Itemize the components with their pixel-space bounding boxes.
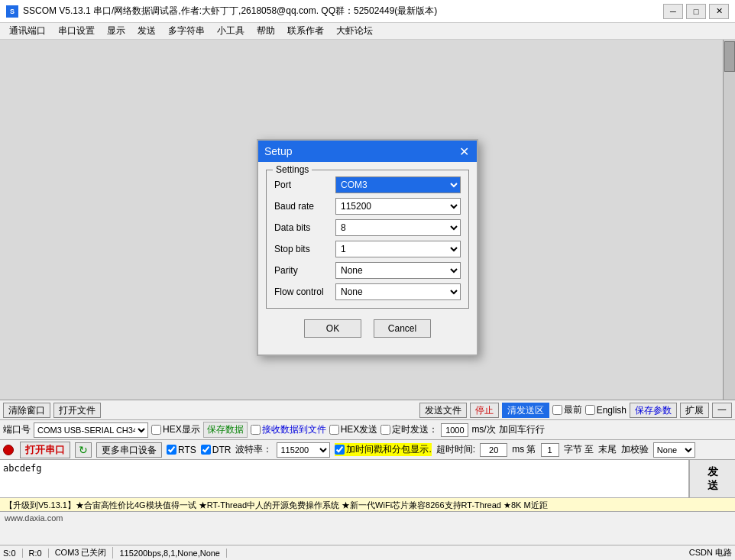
hex-send-label: HEX发送 [329, 423, 378, 436]
dialog-title-bar: Setup ✕ [258, 141, 477, 162]
info-row-2: www.daxia.com [0, 512, 735, 526]
menu-contact[interactable]: 联系作者 [281, 23, 330, 39]
timed-unit: ms/次 [471, 423, 495, 436]
stopbits-label: Stop bits [274, 244, 335, 254]
baudrate-label: Baud rate [274, 201, 335, 212]
english-checkbox[interactable] [585, 405, 595, 415]
status-s0: S:0 [3, 549, 23, 558]
flowcontrol-select[interactable]: NoneHardwareSoftware [335, 283, 461, 300]
refresh-button[interactable]: ↻ [75, 442, 92, 458]
minus-button[interactable]: 一 [712, 403, 732, 418]
modal-overlay: Setup ✕ Settings Port COM3 COM1 COM2 COM… [0, 40, 735, 400]
checksum-select[interactable]: None [653, 442, 695, 458]
clear-send-button[interactable]: 清发送区 [502, 403, 549, 418]
status-com3: COM3 已关闭 [55, 547, 114, 558]
setup-dialog: Setup ✕ Settings Port COM3 COM1 COM2 COM… [257, 139, 478, 356]
menu-comm-port[interactable]: 通讯端口 [3, 23, 52, 39]
ok-button[interactable]: OK [304, 319, 361, 338]
port-number-label: 端口号 [3, 423, 31, 436]
checksum-label: 加校验 [621, 443, 649, 456]
dtr-checkbox[interactable] [201, 445, 211, 455]
info-row-1: 【升级到V5.13.1】★合宙高性价比4G模块值得一试 ★RT-Thread中人… [0, 498, 735, 512]
port-row-2: 打开串口 ↻ 更多串口设备 RTS DTR 波特率： 115200 加时间戳和分… [0, 440, 735, 460]
stopbits-select[interactable]: 11.52 [335, 241, 461, 257]
menu-serial-settings[interactable]: 串口设置 [52, 23, 101, 39]
menu-tools[interactable]: 小工具 [211, 23, 251, 39]
dialog-buttons: OK Cancel [266, 316, 469, 347]
parity-select[interactable]: NoneOddEvenMarkSpace [335, 262, 461, 279]
send-button[interactable]: 发 送 [689, 460, 735, 497]
info-text-1: 【升级到V5.13.1】★合宙高性价比4G模块值得一试 ★RT-Thread中人… [5, 500, 548, 510]
cancel-button[interactable]: Cancel [374, 319, 431, 338]
app-icon: S [6, 5, 18, 18]
timestamp-label: 加时间戳和分包显示. [335, 443, 431, 456]
timeout-label: 超时时间: [436, 443, 475, 456]
dialog-close-button[interactable]: ✕ [458, 144, 471, 159]
byte-label: 字节 至 [564, 443, 594, 456]
parity-row: Parity NoneOddEvenMarkSpace [274, 262, 461, 279]
hex-display-checkbox[interactable] [151, 425, 161, 435]
timestamp-checkbox[interactable] [335, 445, 345, 455]
end-label: 末尾 [598, 443, 617, 456]
dialog-title: Setup [264, 145, 293, 157]
last-checkbox-label: 最前 [552, 403, 582, 416]
info-text-2: www.daxia.com [5, 513, 63, 523]
menu-forum[interactable]: 大虾论坛 [330, 23, 379, 39]
baudrate-row: Baud rate 9600 19200 38400 57600 115200 [274, 198, 461, 215]
expand-button[interactable]: 扩展 [680, 403, 709, 418]
menu-help[interactable]: 帮助 [251, 23, 281, 39]
flowcontrol-label: Flow control [274, 286, 335, 297]
more-ports-button[interactable]: 更多串口设备 [96, 442, 162, 458]
databits-select[interactable]: 5678 [335, 219, 461, 236]
port-label: Port [274, 180, 335, 190]
menu-display[interactable]: 显示 [101, 23, 131, 39]
baudrate-label: 波特率： [235, 443, 272, 456]
recv-file-checkbox-label: 接收数据到文件 [251, 423, 326, 436]
recv-file-checkbox[interactable] [251, 425, 261, 435]
stop-button[interactable]: 停止 [470, 403, 499, 418]
send-area: abcdefg 发 送 [0, 460, 735, 498]
port-number-select[interactable]: COM3 USB-SERIAL CH340 [34, 422, 148, 438]
port-select[interactable]: COM3 COM1 COM2 COM4 [335, 176, 461, 193]
timed-send-label: 定时发送： [380, 423, 438, 436]
timed-send-checkbox[interactable] [380, 425, 390, 435]
dialog-body: Settings Port COM3 COM1 COM2 COM4 Baud [258, 162, 477, 354]
stopbits-row: Stop bits 11.52 [274, 241, 461, 257]
timed-value-input[interactable]: 1000 [441, 423, 468, 437]
bottom-toolbar-1: 清除窗口 打开文件 发送文件 停止 清发送区 最前 English 保存参数 扩… [0, 400, 735, 420]
save-params-button[interactable]: 保存参数 [630, 403, 677, 418]
parity-label: Parity [274, 265, 335, 276]
hex-send-checkbox[interactable] [329, 425, 339, 435]
status-bar: S:0 R:0 COM3 已关闭 115200bps,8,1,None,None… [0, 545, 735, 560]
timeout-unit: ms 第 [512, 443, 536, 456]
minimize-button[interactable]: ─ [663, 4, 683, 19]
timeout-input[interactable]: 20 [480, 443, 507, 457]
window-title: SSCOM V5.13.1 串口/网络数据调试器,作者:大虾丁丁,2618058… [23, 5, 663, 18]
close-button[interactable]: ✕ [709, 4, 729, 19]
settings-legend: Settings [273, 164, 312, 175]
port-row: Port COM3 COM1 COM2 COM4 [274, 176, 461, 193]
main-display-area: Setup ✕ Settings Port COM3 COM1 COM2 COM… [0, 40, 735, 400]
save-data-button[interactable]: 保存数据 [203, 422, 248, 438]
rts-checkbox[interactable] [167, 445, 176, 455]
databits-label: Data bits [274, 222, 335, 233]
send-text-input[interactable]: abcdefg [0, 460, 689, 497]
baudrate-select[interactable]: 9600 19200 38400 57600 115200 [335, 198, 461, 215]
add-cr-label: 加回车行行 [499, 423, 545, 436]
menu-multistring[interactable]: 多字符串 [162, 23, 211, 39]
rts-label: RTS [167, 445, 196, 455]
hex-display-label: HEX显示 [151, 423, 200, 436]
status-csdn: CSDN 电路 [689, 547, 732, 558]
clear-window-button[interactable]: 清除窗口 [3, 403, 50, 418]
baudrate-select-main[interactable]: 115200 [277, 442, 330, 458]
databits-row: Data bits 5678 [274, 219, 461, 236]
last-checkbox[interactable] [552, 405, 562, 415]
maximize-button[interactable]: □ [686, 4, 706, 19]
byte-start-input[interactable] [541, 443, 559, 457]
status-baudrate: 115200bps,8,1,None,None [119, 549, 227, 558]
open-port-button[interactable]: 打开串口 [20, 442, 70, 458]
send-file-button[interactable]: 发送文件 [419, 403, 467, 418]
open-file-button[interactable]: 打开文件 [53, 403, 101, 418]
window-controls: ─ □ ✕ [663, 4, 729, 19]
menu-send[interactable]: 发送 [131, 23, 162, 39]
